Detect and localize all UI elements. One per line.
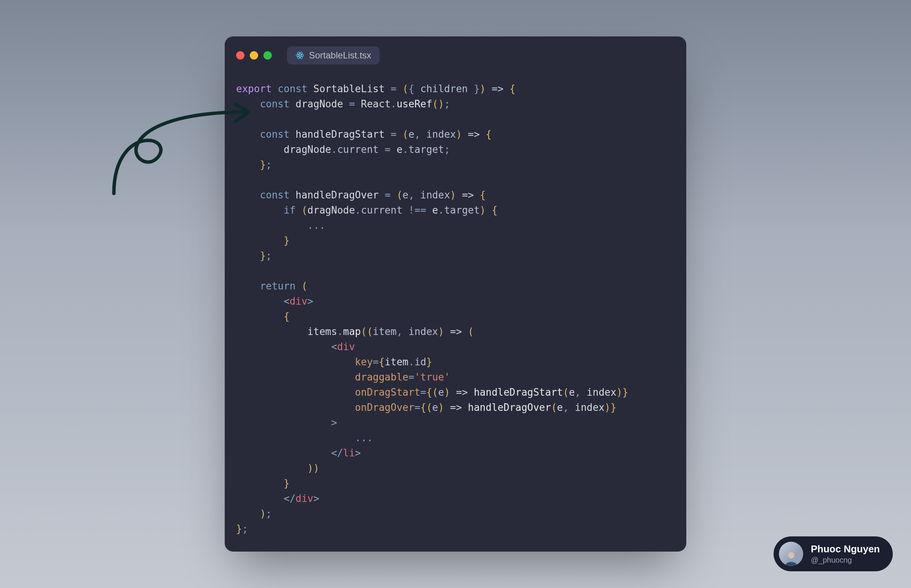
minimize-dot-icon[interactable] — [250, 51, 258, 60]
code-area: export const SortableList = ({ children … — [225, 68, 686, 552]
traffic-lights — [236, 51, 272, 60]
titlebar: SortableList.tsx — [225, 36, 686, 68]
author-handle: @_phuocng — [811, 556, 880, 564]
svg-point-0 — [299, 55, 301, 56]
stage: SortableList.tsx export const SortableLi… — [0, 0, 911, 588]
tab-label: SortableList.tsx — [309, 50, 371, 61]
react-icon — [295, 51, 304, 60]
zoom-dot-icon[interactable] — [264, 51, 272, 60]
author-avatar — [779, 542, 803, 566]
author-name: Phuoc Nguyen — [811, 543, 880, 555]
close-dot-icon[interactable] — [236, 51, 244, 60]
editor-window: SortableList.tsx export const SortableLi… — [225, 36, 686, 552]
file-tab[interactable]: SortableList.tsx — [287, 46, 380, 65]
author-text: Phuoc Nguyen @_phuocng — [811, 543, 880, 564]
author-badge[interactable]: Phuoc Nguyen @_phuocng — [773, 536, 893, 571]
svg-point-4 — [788, 552, 794, 559]
